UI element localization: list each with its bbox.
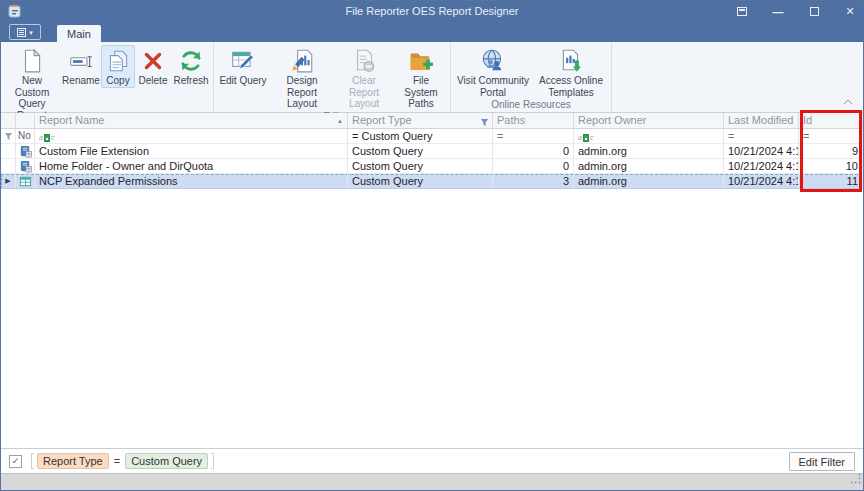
close-button[interactable]: ✕: [843, 5, 857, 19]
filter-bracket-right: [211, 453, 214, 469]
ribbon-group-edit: Edit Query Design Report Layout Clear Re…: [214, 42, 451, 112]
ribbon: New Custom Query Report Rename Copy Dele…: [1, 42, 863, 113]
custom-query-report-icon: [18, 144, 32, 158]
row-indicator-icon: ▶: [3, 174, 13, 188]
column-header-report-owner[interactable]: Report Owner: [574, 113, 724, 129]
cell-id: 11: [799, 174, 863, 189]
chevron-down-icon: ▾: [29, 29, 33, 36]
delete-icon: [140, 48, 166, 74]
filter-funnel-icon[interactable]: [480, 116, 489, 129]
cell-report-owner: admin.org: [574, 159, 724, 174]
filter-paths-cell[interactable]: =: [493, 129, 574, 144]
copy-button[interactable]: Copy: [101, 45, 135, 88]
filter-enabled-checkbox[interactable]: ✓: [9, 455, 22, 468]
group-label-online-resources: Online Resources: [453, 99, 609, 113]
filter-operator: =: [114, 455, 120, 467]
reports-grid: Report Name ▲ Report Type Paths Report O…: [1, 113, 863, 448]
app-window: File Reporter OES Report Designer — ✕ ▾ …: [0, 0, 864, 491]
window-title: File Reporter OES Report Designer: [1, 1, 863, 22]
file-system-paths-button[interactable]: File System Paths: [394, 45, 448, 111]
filter-last-modified-cell[interactable]: =: [724, 129, 799, 144]
access-online-templates-button[interactable]: Access Online Templates: [533, 45, 609, 99]
cell-last-modified: 10/21/2024 4:16:5...: [724, 174, 799, 189]
design-report-layout-button[interactable]: Design Report Layout: [270, 45, 334, 111]
title-bar: File Reporter OES Report Designer — ✕: [1, 1, 863, 22]
column-header-last-modified[interactable]: Last Modified: [724, 113, 799, 129]
cell-paths: 0: [493, 159, 574, 174]
filter-report-type-cell[interactable]: = Custom Query: [348, 129, 493, 144]
new-custom-query-report-button[interactable]: New Custom Query Report: [3, 45, 61, 122]
cell-report-name: NCP Expanded Permissions: [35, 174, 348, 189]
ribbon-group-manage: New Custom Query Report Rename Copy Dele…: [1, 42, 214, 112]
new-report-icon: [19, 48, 45, 74]
column-header-report-type[interactable]: Report Type: [348, 113, 493, 129]
maximize-button[interactable]: [807, 5, 821, 19]
cell-id: 10: [799, 159, 863, 174]
cell-report-name: Custom File Extension: [35, 144, 348, 159]
filter-field-token[interactable]: Report Type: [37, 453, 109, 469]
clear-report-layout-button[interactable]: Clear Report Layout: [334, 45, 394, 111]
cell-report-name: Home Folder - Owner and DirQuota: [35, 159, 348, 174]
filter-row-indicator: [1, 129, 16, 144]
filter-report-name-cell[interactable]: ac: [35, 129, 348, 144]
grid-header-row: Report Name ▲ Report Type Paths Report O…: [1, 113, 863, 129]
ribbon-group-online-resources: Visit Community Portal Access Online Tem…: [451, 42, 612, 112]
edit-query-icon: [230, 48, 256, 74]
header-indicator: [1, 113, 16, 129]
funnel-icon: [3, 129, 13, 143]
visit-community-portal-button[interactable]: Visit Community Portal: [453, 45, 533, 99]
tab-main[interactable]: Main: [57, 25, 101, 42]
resize-grip[interactable]: [851, 470, 861, 488]
cell-paths: 3: [493, 174, 574, 189]
filter-bracket-left: [31, 453, 34, 469]
auto-filter-row: No i... ac = Custom Query = ac = =: [1, 129, 863, 144]
cell-paths: 0: [493, 144, 574, 159]
clear-report-layout-icon: [351, 48, 377, 74]
minimize-button[interactable]: —: [771, 5, 785, 19]
refresh-icon: [178, 48, 204, 74]
design-report-layout-icon: [289, 48, 315, 74]
fullscreen-button[interactable]: [735, 5, 749, 19]
cell-id: 9: [799, 144, 863, 159]
status-bar: [1, 473, 863, 490]
filter-panel: ✓ Report Type = Custom Query Edit Filter: [1, 448, 863, 473]
table-row-selected[interactable]: ▶ NCP Expanded Permissions Custom Query …: [1, 174, 863, 189]
file-system-paths-icon: [408, 48, 434, 74]
cell-last-modified: 10/21/2024 4:15:4...: [724, 144, 799, 159]
delete-button[interactable]: Delete: [135, 45, 171, 88]
window-controls: — ✕: [735, 1, 857, 22]
app-menu-button[interactable]: ▾: [9, 24, 41, 40]
copy-icon: [105, 48, 131, 74]
cell-report-type: Custom Query: [348, 174, 493, 189]
abc-filter-icon: ac: [39, 131, 54, 144]
column-header-report-name[interactable]: Report Name ▲: [35, 113, 348, 129]
column-header-id[interactable]: Id: [799, 113, 863, 129]
sort-ascending-icon: ▲: [337, 114, 343, 129]
community-portal-icon: [480, 48, 506, 74]
abc-filter-icon: ac: [578, 131, 593, 144]
table-row[interactable]: Custom File Extension Custom Query 0 adm…: [1, 144, 863, 159]
edit-query-button[interactable]: Edit Query: [216, 45, 270, 88]
header-icon-column: [16, 113, 35, 129]
cell-report-owner: admin.org: [574, 144, 724, 159]
filter-report-owner-cell[interactable]: ac: [574, 129, 724, 144]
custom-query-report-icon: [18, 159, 32, 173]
cell-report-type: Custom Query: [348, 144, 493, 159]
rename-icon: [68, 48, 94, 74]
rename-button[interactable]: Rename: [61, 45, 101, 88]
filter-value-token[interactable]: Custom Query: [125, 453, 208, 469]
menu-icon: [17, 28, 26, 37]
table-report-icon: [18, 174, 32, 188]
ribbon-tab-strip: ▾ Main: [1, 22, 863, 42]
table-row[interactable]: Home Folder - Owner and DirQuota Custom …: [1, 159, 863, 174]
cell-last-modified: 10/21/2024 4:16:2...: [724, 159, 799, 174]
online-templates-icon: [558, 48, 584, 74]
filter-id-cell[interactable]: =: [799, 129, 863, 144]
cell-report-type: Custom Query: [348, 159, 493, 174]
collapse-ribbon-icon[interactable]: [843, 91, 853, 109]
column-header-paths[interactable]: Paths: [493, 113, 574, 129]
edit-filter-button[interactable]: Edit Filter: [789, 452, 855, 471]
cell-report-owner: admin.org: [574, 174, 724, 189]
refresh-button[interactable]: Refresh: [171, 45, 211, 88]
filter-image-cell[interactable]: No i...: [16, 129, 35, 144]
